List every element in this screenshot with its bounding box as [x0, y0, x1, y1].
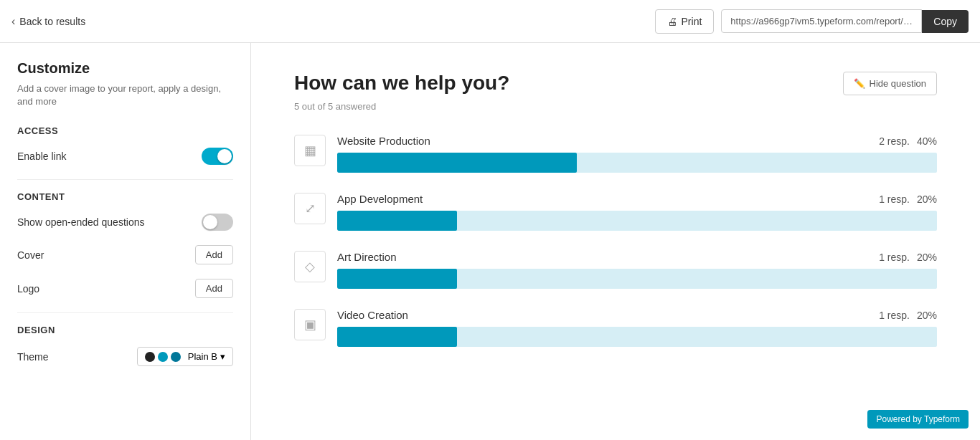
chart-bar-fill-1	[337, 211, 457, 231]
chart-bar-fill-2	[337, 269, 457, 289]
resp-count-3: 1 resp.	[879, 310, 910, 321]
hide-question-label: Hide question	[870, 78, 927, 89]
chart-content-3: Video Creation 1 resp. 20%	[337, 309, 937, 347]
theme-name: Plain B	[188, 351, 217, 362]
chart-top-row-3: Video Creation 1 resp. 20%	[337, 309, 937, 321]
enable-link-toggle[interactable]	[202, 148, 233, 165]
resp-count-2: 1 resp.	[879, 252, 910, 263]
answered-text: 5 out of 5 answered	[294, 101, 937, 112]
cover-add-button[interactable]: Add	[195, 245, 233, 264]
resp-count-0: 2 resp.	[879, 135, 910, 147]
chart-bar-fill-3	[337, 327, 457, 347]
chart-container: ▦ Website Production 2 resp. 40% ⤢ App D…	[294, 135, 937, 347]
show-open-ended-row: Show open-ended questions	[17, 214, 233, 231]
chart-stats-3: 1 resp. 20%	[879, 310, 937, 321]
chart-stats-1: 1 resp. 20%	[879, 193, 937, 205]
hide-question-button[interactable]: ✏️ Hide question	[843, 72, 938, 95]
question-header: How can we help you? ✏️ Hide question	[294, 72, 937, 95]
content-section-title: Content	[17, 191, 233, 202]
theme-label: Theme	[17, 351, 49, 363]
chart-item: ⤢ App Development 1 resp. 20%	[294, 193, 937, 231]
chart-bar-bg-3	[337, 327, 937, 347]
back-label: Back to results	[19, 16, 85, 27]
divider-2	[17, 312, 233, 313]
print-button[interactable]: 🖨 Print	[655, 9, 715, 34]
logo-label: Logo	[17, 283, 39, 295]
sidebar: Customize Add a cover image to your repo…	[0, 43, 251, 440]
enable-link-label: Enable link	[17, 150, 67, 162]
chevron-down-icon: ▾	[220, 351, 225, 362]
top-bar: ‹ Back to results 🖨 Print https://a966gp…	[0, 0, 980, 43]
powered-by-badge: Powered by Typeform	[867, 410, 969, 429]
resp-percent-1: 20%	[917, 193, 937, 205]
theme-dots	[145, 352, 181, 362]
chart-bar-bg-0	[337, 153, 937, 173]
chart-icon-1: ⤢	[294, 193, 326, 224]
theme-dot-3	[171, 352, 181, 362]
design-section-title: Design	[17, 325, 233, 335]
print-icon: 🖨	[667, 16, 677, 27]
chart-item: ▣ Video Creation 1 resp. 20%	[294, 309, 937, 347]
customize-title: Customize	[17, 60, 233, 77]
chart-icon-2: ◇	[294, 251, 326, 282]
print-label: Print	[682, 16, 702, 27]
chart-icon-3: ▣	[294, 309, 326, 340]
chart-content-2: Art Direction 1 resp. 20%	[337, 251, 937, 289]
show-open-ended-label: Show open-ended questions	[17, 216, 144, 228]
resp-count-1: 1 resp.	[879, 193, 910, 205]
chart-bar-bg-2	[337, 269, 937, 289]
chart-item: ▦ Website Production 2 resp. 40%	[294, 135, 937, 173]
chart-icon-0: ▦	[294, 135, 326, 166]
logo-add-button[interactable]: Add	[195, 279, 233, 298]
back-to-results-link[interactable]: ‹ Back to results	[11, 15, 85, 28]
resp-percent-2: 20%	[917, 252, 937, 263]
cover-row: Cover Add	[17, 245, 233, 264]
chart-stats-2: 1 resp. 20%	[879, 252, 937, 263]
back-arrow-icon: ‹	[11, 15, 15, 28]
chart-stats-0: 2 resp. 40%	[879, 135, 937, 147]
chart-content-1: App Development 1 resp. 20%	[337, 193, 937, 231]
question-title: How can we help you?	[294, 72, 509, 95]
chart-label-3: Video Creation	[337, 309, 408, 321]
divider-1	[17, 179, 233, 180]
hide-icon: ✏️	[854, 78, 865, 89]
main-layout: Customize Add a cover image to your repo…	[0, 43, 980, 440]
chart-bar-fill-0	[337, 153, 577, 173]
theme-selector[interactable]: Plain B ▾	[137, 347, 233, 366]
resp-percent-3: 20%	[917, 310, 937, 321]
chart-label-1: App Development	[337, 193, 423, 205]
chart-label-2: Art Direction	[337, 251, 397, 263]
content-area: How can we help you? ✏️ Hide question 5 …	[251, 43, 980, 440]
report-url[interactable]: https://a966gp7ivm5.typeform.com/report/…	[721, 9, 922, 33]
chart-bar-bg-1	[337, 211, 937, 231]
top-bar-actions: 🖨 Print https://a966gp7ivm5.typeform.com…	[655, 9, 969, 34]
logo-row: Logo Add	[17, 279, 233, 298]
resp-percent-0: 40%	[917, 135, 937, 147]
url-copy-group: https://a966gp7ivm5.typeform.com/report/…	[721, 9, 969, 33]
chart-label-0: Website Production	[337, 135, 430, 147]
theme-dot-2	[158, 352, 168, 362]
enable-link-row: Enable link	[17, 148, 233, 165]
show-open-ended-toggle[interactable]	[202, 214, 233, 231]
theme-dot-1	[145, 352, 155, 362]
chart-top-row-0: Website Production 2 resp. 40%	[337, 135, 937, 147]
customize-desc: Add a cover image to your report, apply …	[17, 82, 233, 108]
cover-label: Cover	[17, 249, 44, 261]
chart-item: ◇ Art Direction 1 resp. 20%	[294, 251, 937, 289]
chart-content-0: Website Production 2 resp. 40%	[337, 135, 937, 173]
chart-top-row-2: Art Direction 1 resp. 20%	[337, 251, 937, 263]
copy-button[interactable]: Copy	[922, 10, 969, 33]
access-section-title: Access	[17, 125, 233, 136]
chart-top-row-1: App Development 1 resp. 20%	[337, 193, 937, 205]
theme-row: Theme Plain B ▾	[17, 347, 233, 366]
